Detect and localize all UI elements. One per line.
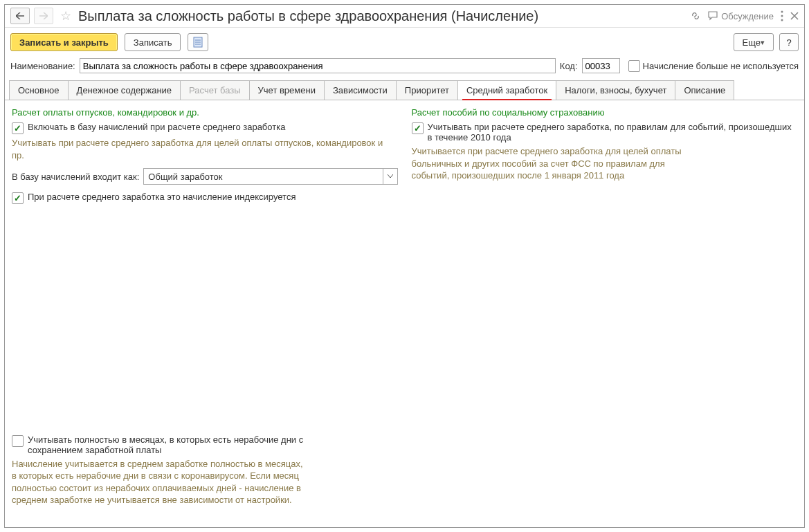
tab-dependencies[interactable]: Зависимости xyxy=(324,80,397,100)
right-section-title: Расчет пособий по социальному страховани… xyxy=(412,107,798,118)
forward-button[interactable] xyxy=(34,8,53,24)
tab-average-earnings[interactable]: Средний заработок xyxy=(457,80,556,100)
include-in-base-label: Включать в базу начислений при расчете с… xyxy=(28,122,285,132)
tab-time[interactable]: Учет времени xyxy=(249,80,325,100)
name-label: Наименование: xyxy=(10,61,75,71)
base-as-value: Общий заработок xyxy=(144,169,382,184)
report-button[interactable] xyxy=(188,33,208,51)
name-input[interactable] xyxy=(80,58,556,73)
tab-taxes[interactable]: Налоги, взносы, бухучет xyxy=(556,80,675,100)
not-used-label: Начисление больше не используется xyxy=(643,61,799,71)
social-insurance-checkbox[interactable] xyxy=(412,122,424,134)
discussion-button[interactable]: Обсуждение xyxy=(708,11,774,21)
full-months-label: Учитывать полностью в месяцах, в которых… xyxy=(28,434,309,455)
svg-point-2 xyxy=(781,19,783,21)
kebab-menu-icon[interactable] xyxy=(781,10,783,21)
page-title: Выплата за сложность работы в сфере здра… xyxy=(78,8,686,24)
left-section-title: Расчет оплаты отпусков, командировок и д… xyxy=(12,107,398,118)
favorite-star-icon[interactable]: ☆ xyxy=(57,8,74,24)
save-and-close-button[interactable]: Записать и закрыть xyxy=(10,33,118,51)
tab-priority[interactable]: Приоритет xyxy=(396,80,458,100)
not-used-checkbox[interactable] xyxy=(628,60,640,72)
base-as-select[interactable]: Общий заработок xyxy=(143,168,397,185)
tab-basecalc[interactable]: Расчет базы xyxy=(180,80,250,100)
close-icon[interactable] xyxy=(790,12,799,20)
discussion-label: Обсуждение xyxy=(721,11,774,21)
social-insurance-hint: Учитывается при расчете среднего заработ… xyxy=(412,145,689,182)
back-button[interactable] xyxy=(10,8,30,24)
tab-money[interactable]: Денежное содержание xyxy=(68,80,181,100)
indexed-checkbox[interactable] xyxy=(12,192,24,204)
chevron-down-icon[interactable] xyxy=(383,169,397,184)
full-months-checkbox[interactable] xyxy=(12,435,24,447)
include-in-base-checkbox[interactable] xyxy=(12,122,24,134)
code-label: Код: xyxy=(560,61,578,71)
tabs-bar: Основное Денежное содержание Расчет базы… xyxy=(5,80,804,100)
include-in-base-hint: Учитывать при расчете среднего заработка… xyxy=(12,137,398,161)
more-button[interactable]: Еще xyxy=(734,33,774,51)
svg-point-0 xyxy=(781,11,783,13)
code-input[interactable] xyxy=(582,58,620,73)
full-months-hint: Начисление учитывается в среднем заработ… xyxy=(12,458,309,506)
link-icon[interactable] xyxy=(690,10,701,21)
help-button[interactable]: ? xyxy=(779,33,799,51)
svg-point-1 xyxy=(781,15,783,17)
base-as-label: В базу начислений входит как: xyxy=(12,172,139,182)
tab-description[interactable]: Описание xyxy=(675,80,734,100)
tab-main[interactable]: Основное xyxy=(9,80,69,100)
indexed-label: При расчете среднего заработка это начис… xyxy=(28,192,296,202)
social-insurance-label: Учитывать при расчете среднего заработка… xyxy=(428,122,798,143)
save-button[interactable]: Записать xyxy=(125,33,181,51)
